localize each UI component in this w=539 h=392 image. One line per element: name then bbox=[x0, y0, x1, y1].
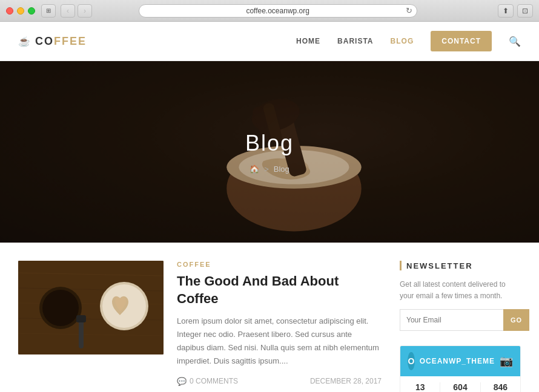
instagram-stats: 13 posts 604 followers 846 following bbox=[400, 376, 520, 392]
breadcrumb-home-icon[interactable]: 🏠 bbox=[250, 165, 259, 174]
comment-icon: 💬 bbox=[177, 377, 187, 386]
nav-home[interactable]: HOME bbox=[296, 37, 320, 45]
hero-content: Blog 🏠 > Blog bbox=[245, 131, 294, 174]
blog-post: COFFEE The Good And Bad About Coffee Lor… bbox=[18, 261, 382, 386]
main-content: COFFEE The Good And Bad About Coffee Lor… bbox=[0, 243, 539, 392]
instagram-header: O OCEANWP_THEME 📷 bbox=[400, 346, 520, 376]
following-count: 846 bbox=[481, 382, 520, 392]
forward-button[interactable]: › bbox=[78, 4, 92, 18]
search-icon[interactable]: 🔍 bbox=[509, 36, 521, 47]
browser-navigation: ‹ › bbox=[61, 4, 92, 18]
nav-barista[interactable]: BARISTA bbox=[337, 37, 373, 45]
post-date: DECEMBER 28, 2017 bbox=[310, 377, 382, 385]
post-title[interactable]: The Good And Bad About Coffee bbox=[177, 273, 382, 307]
sidebar: NEWSLETTER Get all latest content delive… bbox=[400, 261, 521, 392]
hero-banner: Blog 🏠 > Blog bbox=[0, 61, 539, 243]
post-comments[interactable]: 💬 0 COMMENTS bbox=[177, 377, 238, 386]
post-content: COFFEE The Good And Bad About Coffee Lor… bbox=[177, 261, 382, 386]
browser-chrome: ⊞ ‹ › ↻ ⬆ ⊡ bbox=[0, 0, 539, 22]
instagram-handle: OCEANWP_THEME bbox=[420, 357, 495, 365]
instagram-following-stat: 846 following bbox=[481, 382, 520, 392]
newsletter-email-input[interactable] bbox=[400, 309, 503, 331]
new-tab-button[interactable]: ⊡ bbox=[517, 4, 533, 18]
instagram-followers-stat: 604 followers bbox=[440, 382, 480, 392]
newsletter-widget: NEWSLETTER Get all latest content delive… bbox=[400, 261, 521, 331]
newsletter-title: NEWSLETTER bbox=[400, 261, 521, 270]
instagram-widget: O OCEANWP_THEME 📷 13 posts 604 followers… bbox=[400, 345, 521, 392]
post-excerpt: Lorem ipsum dolor sit amet, consectetur … bbox=[177, 315, 382, 368]
post-image[interactable] bbox=[18, 261, 164, 354]
followers-count: 604 bbox=[440, 382, 480, 392]
svg-point-16 bbox=[42, 290, 79, 326]
share-button[interactable]: ⬆ bbox=[498, 4, 514, 18]
site-navigation: HOME BARISTA BLOG CONTACT 🔍 bbox=[296, 31, 521, 51]
nav-blog[interactable]: BLOG bbox=[391, 37, 414, 45]
hero-breadcrumb: 🏠 > Blog bbox=[245, 165, 294, 174]
newsletter-form: GO bbox=[400, 309, 521, 331]
instagram-icon[interactable]: 📷 bbox=[500, 354, 513, 368]
site-logo[interactable]: ☕ COFFEE bbox=[18, 35, 87, 48]
logo-ffee: FFEE bbox=[54, 35, 87, 47]
breadcrumb-current: Blog bbox=[274, 165, 289, 174]
logo-co: CO bbox=[35, 35, 54, 47]
hero-title: Blog bbox=[245, 131, 294, 156]
breadcrumb-separator: > bbox=[264, 165, 269, 174]
instagram-posts-stat: 13 posts bbox=[400, 382, 440, 392]
newsletter-description: Get all latest content delivered to your… bbox=[400, 279, 521, 302]
svg-rect-18 bbox=[76, 315, 86, 322]
svg-rect-17 bbox=[79, 318, 84, 348]
maximize-button[interactable] bbox=[28, 7, 35, 15]
logo-icon: ☕ bbox=[18, 36, 31, 47]
post-footer: 💬 0 COMMENTS DECEMBER 28, 2017 bbox=[177, 377, 382, 386]
tab-bar-icon[interactable]: ⊞ bbox=[41, 4, 56, 18]
browser-action-buttons: ⬆ ⊡ bbox=[498, 4, 533, 18]
post-category: COFFEE bbox=[177, 261, 382, 268]
blog-posts-section: COFFEE The Good And Bad About Coffee Lor… bbox=[18, 261, 382, 392]
browser-window-controls bbox=[6, 7, 35, 15]
website-content: ☕ COFFEE HOME BARISTA BLOG CONTACT 🔍 bbox=[0, 22, 539, 392]
url-input[interactable] bbox=[139, 4, 417, 18]
address-bar: ↻ bbox=[139, 4, 417, 18]
close-button[interactable] bbox=[6, 7, 13, 15]
comments-count: 0 COMMENTS bbox=[190, 377, 238, 385]
newsletter-submit-button[interactable]: GO bbox=[503, 309, 529, 331]
instagram-avatar: O bbox=[408, 352, 415, 370]
refresh-button[interactable]: ↻ bbox=[406, 6, 412, 15]
post-coffee-image bbox=[18, 261, 164, 354]
nav-contact[interactable]: CONTACT bbox=[431, 31, 492, 51]
site-header: ☕ COFFEE HOME BARISTA BLOG CONTACT 🔍 bbox=[0, 22, 539, 61]
back-button[interactable]: ‹ bbox=[61, 4, 75, 18]
logo-text: COFFEE bbox=[35, 35, 87, 48]
posts-count: 13 bbox=[400, 382, 440, 392]
minimize-button[interactable] bbox=[17, 7, 24, 15]
